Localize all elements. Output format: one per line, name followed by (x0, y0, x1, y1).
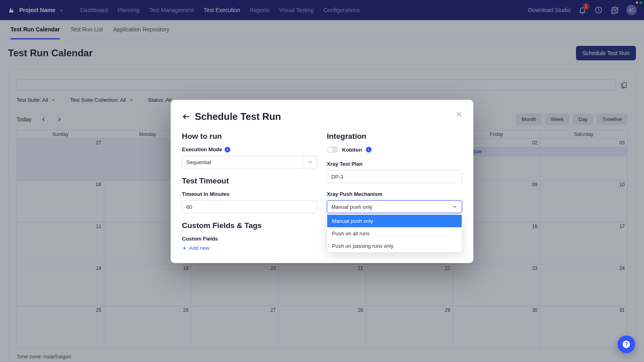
section-custom-fields-tags: Custom Fields & Tags (182, 221, 317, 230)
back-arrow-icon[interactable] (182, 112, 191, 121)
execution-mode-value: Sequential (186, 159, 211, 165)
close-icon[interactable] (455, 110, 464, 119)
section-how-to-run: How to run (182, 132, 317, 141)
execution-mode-label-text: Execution Mode (182, 146, 222, 152)
execution-mode-select[interactable]: Sequential (182, 156, 317, 169)
xray-push-label: Xray Push Mechanism (327, 191, 462, 197)
kobiton-row: Kobiton i (327, 146, 462, 153)
modal-left-column: How to run Execution Mode i Sequential T… (182, 132, 317, 251)
custom-fields-label: Custom Fields (182, 236, 317, 242)
timeout-label: Timeout In Minutes (182, 191, 317, 197)
section-integration: Integration (327, 132, 462, 141)
modal-right-column: Integration Kobiton i Xray Test Plan Xra… (327, 132, 462, 251)
kobiton-toggle[interactable] (327, 146, 338, 153)
add-new-button[interactable]: Add new (182, 245, 317, 251)
push-option-passing[interactable]: Push on passing runs only (327, 240, 462, 252)
help-fab-icon[interactable] (617, 335, 635, 353)
info-icon[interactable]: i (225, 147, 230, 152)
xray-push-dropdown: Manual push only Push on all runs Push o… (327, 215, 462, 253)
window-traffic-lights (636, 2, 642, 4)
execution-mode-label: Execution Mode i (182, 146, 317, 152)
info-icon[interactable]: i (366, 147, 372, 152)
xray-test-plan-input[interactable] (327, 170, 462, 183)
schedule-test-run-modal: Schedule Test Run How to run Execution M… (171, 100, 473, 263)
push-option-all[interactable]: Push on all runs (327, 227, 462, 240)
xray-test-plan-label: Xray Test Plan (327, 161, 462, 167)
modal-title: Schedule Test Run (195, 111, 281, 122)
timeout-input[interactable] (182, 200, 317, 213)
xray-push-select[interactable]: Manual push only (327, 200, 462, 213)
kobiton-label: Kobiton (342, 147, 362, 153)
chevron-down-icon (303, 156, 317, 168)
xray-push-value: Manual push only (331, 204, 372, 210)
add-new-label: Add new (189, 245, 210, 251)
section-test-timeout: Test Timeout (182, 177, 317, 185)
chevron-down-icon (448, 201, 462, 213)
modal-overlay[interactable]: Schedule Test Run How to run Execution M… (0, 0, 644, 362)
push-option-manual[interactable]: Manual push only (327, 215, 462, 227)
